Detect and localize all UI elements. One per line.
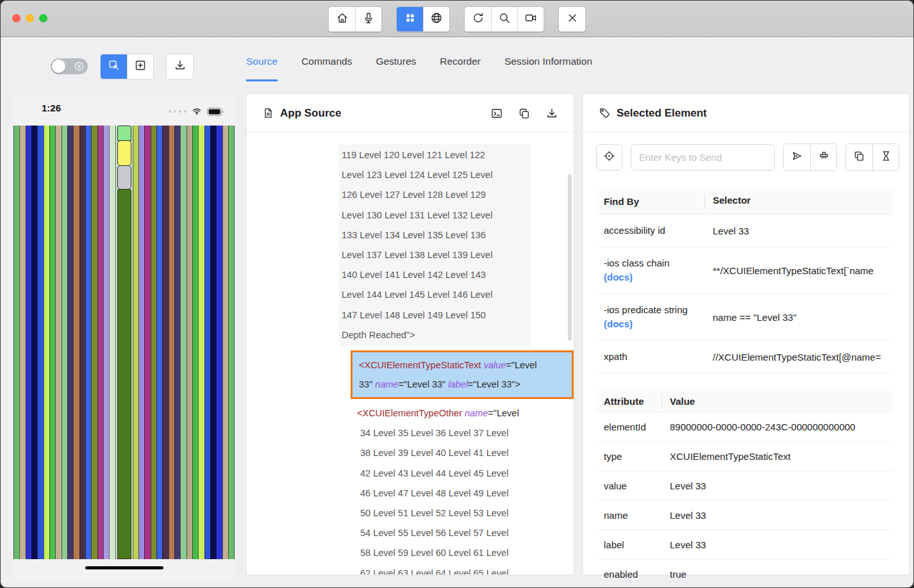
source-wrapped-block[interactable]: 34 Level 35 Level 36 Level 37 Level38 Le… [360,423,574,575]
find-by-row[interactable]: -ios predicate string(docs)name == "Leve… [596,294,892,341]
source-line: Level 123 Level 124 Level 125 Level [342,165,531,185]
xml-text: ="Level 33" [399,379,449,389]
find-by-row[interactable]: accessibility idLevel 33 [596,215,892,247]
globe-button[interactable] [423,7,449,31]
docs-link[interactable]: (docs) [604,318,633,329]
app-stripe [216,126,222,559]
value-cell: 89000000-0000-0000-243C-000000000000 [662,412,892,441]
app-stripe [91,126,97,559]
app-stripe [198,126,204,559]
app-stripe [162,126,168,559]
device-screen-mirror[interactable] [13,126,235,559]
docs-link[interactable]: (docs) [604,272,633,282]
highlighted-element [117,140,131,166]
app-stripe [169,126,174,559]
microphone-button[interactable] [355,7,381,31]
tab-commands[interactable]: Commands [301,56,352,80]
close-button[interactable] [559,7,585,31]
app-source-panel: App Source 119 Level 120 Level 121 Level… [246,94,574,575]
app-stripe [97,126,103,559]
send-keys-input[interactable] [631,144,775,170]
attribute-row[interactable]: typeXCUIElementTypeStaticText [596,442,892,471]
device-home-area [13,559,235,580]
source-line: Level 130 Level 131 Level 132 Level [342,206,531,225]
clear-brush-icon [818,150,830,165]
attribute-row[interactable]: labelLevel 33 [596,530,892,560]
send-clear-group [783,143,837,171]
download-screenshot-button[interactable] [167,54,193,79]
source-scrollbar[interactable] [568,174,572,341]
selected-element-title: Selected Element [617,107,707,120]
copy-attributes-button[interactable] [846,144,872,170]
find-by-header: Find By [596,190,705,214]
next-source-node[interactable]: <XCUIElementTypeOther name="Level [357,404,574,423]
select-element-button[interactable] [101,54,127,79]
app-stripe [187,126,192,559]
tab-recorder[interactable]: Recorder [440,56,481,80]
value-header: Value [662,391,892,412]
attribute-row[interactable]: elementId89000000-0000-0000-243C-0000000… [596,412,892,442]
device-screenshot-panel: 1:26 [13,97,235,580]
tab-session-information[interactable]: Session Information [504,56,592,80]
video-camera-button[interactable] [517,7,544,31]
xml-attribute: name [375,379,398,389]
toggle-attributes-button[interactable] [490,107,503,120]
app-stripe [222,126,228,559]
attribute-row[interactable]: valueLevel 33 [596,471,892,501]
app-stripe [44,126,49,559]
grid-apps-button[interactable] [397,7,423,31]
source-line: 46 Level 47 Level 48 Level 49 Level [360,484,574,503]
app-source-header: App Source [247,94,574,133]
app-stripe [144,126,150,559]
source-line: 147 Level 148 Level 149 Level 150 [342,306,531,325]
device-status-bar: 1:26 [13,97,235,126]
source-line: Level 137 Level 138 Level 139 Level [342,245,531,265]
close-icon [566,12,579,27]
xml-tag: <XCUIElementTypeOther [357,408,462,418]
xml-text: 33" [359,379,375,389]
value-cell: Level 33 [662,501,892,530]
attribute-row[interactable]: enabledtrue [596,560,892,588]
attribute-cell: label [596,530,662,559]
app-stripe [180,126,186,559]
selector-cell: name == "Level 33" [705,303,892,332]
copy-wait-group [845,143,899,171]
search-button[interactable] [491,7,517,31]
home-button[interactable] [329,7,355,31]
swipe-coordinates-button[interactable] [127,54,153,79]
crosshair-icon [603,150,615,165]
tab-gestures[interactable]: Gestures [376,56,416,80]
wait-element-button[interactable] [872,144,899,170]
source-line: 54 Level 55 Level 56 Level 57 Level [360,523,574,543]
send-keys-button[interactable] [784,144,810,170]
toolbar-group [558,6,586,32]
source-line: 34 Level 35 Level 36 Level 37 Level [360,423,574,443]
selected-source-node[interactable]: <XCUIElementTypeStaticText value="Level3… [351,350,574,399]
app-stripe [138,126,144,559]
value-cell: XCUIElementTypeStaticText [662,442,892,471]
download-source-button[interactable] [545,107,558,120]
find-by-row[interactable]: xpath//XCUIElementTypeStaticText[@name= [596,341,892,373]
copy-source-button[interactable] [518,107,531,120]
toolbar-group [328,6,382,32]
app-stripe [19,126,25,559]
locate-element-button[interactable] [596,144,622,170]
attribute-row[interactable]: nameLevel 33 [596,501,892,530]
refresh-icon [472,12,485,27]
source-text-block[interactable]: 119 Level 120 Level 121 Level 122Level 1… [339,144,531,347]
clear-element-button[interactable] [810,144,836,170]
refresh-button[interactable] [465,7,491,31]
source-line: 50 Level 51 Level 52 Level 53 Level [360,503,574,523]
secondary-segment [117,165,131,190]
download-icon [174,59,187,74]
toolbar [1,6,913,32]
xml-attribute: label [448,379,468,389]
file-text-icon [262,107,274,119]
record-toggle[interactable] [51,58,88,74]
app-stripe [174,126,180,559]
find-by-row[interactable]: -ios class chain(docs)**/XCUIElementType… [596,247,892,294]
xml-attribute: name [465,408,488,418]
app-stripe [62,126,67,559]
grid-apps-icon [404,12,417,27]
tab-source[interactable]: Source [246,56,278,81]
